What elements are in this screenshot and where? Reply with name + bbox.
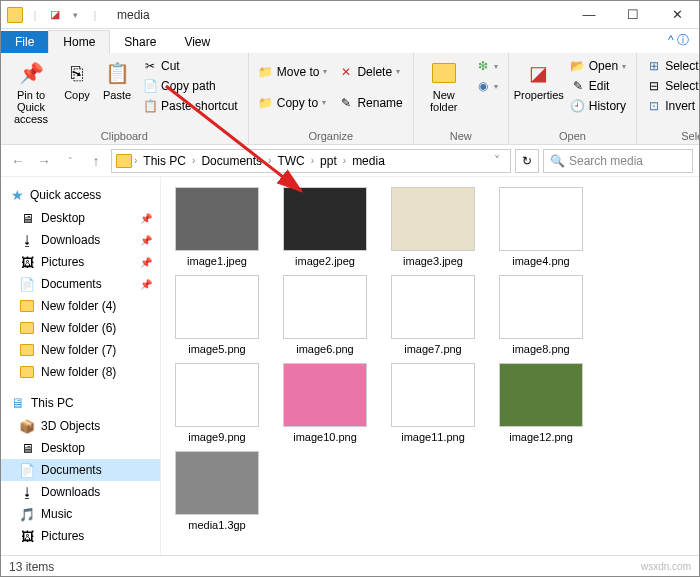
maximize-button[interactable]: ☐ [611, 1, 655, 29]
sidebar-item-new-folder-6-[interactable]: New folder (6) [1, 317, 160, 339]
open-button[interactable]: 📂Open▾ [567, 57, 630, 75]
file-item[interactable]: image9.png [167, 363, 267, 443]
file-item[interactable]: image7.png [383, 275, 483, 355]
ribbon-help-icon[interactable]: ^ ⓘ [658, 28, 699, 53]
file-item[interactable]: image3.jpeg [383, 187, 483, 267]
file-item[interactable]: image12.png [491, 363, 591, 443]
breadcrumb[interactable]: › This PC› Documents› TWC› ppt› media ˅ [111, 149, 511, 173]
crumb-media[interactable]: media [348, 154, 389, 168]
forward-button[interactable]: → [33, 150, 55, 172]
sidebar-item-icon [19, 342, 35, 358]
sidebar-item-icon [19, 298, 35, 314]
select-none-button[interactable]: ⊟Select none [643, 77, 700, 95]
sidebar-item-label: Pictures [41, 529, 84, 543]
rename-icon: ✎ [339, 96, 353, 110]
file-name: image2.jpeg [295, 255, 355, 267]
sidebar-item-new-folder-4-[interactable]: New folder (4) [1, 295, 160, 317]
file-item[interactable]: image8.png [491, 275, 591, 355]
sidebar-item-desktop[interactable]: 🖥Desktop📌 [1, 207, 160, 229]
minimize-button[interactable]: — [567, 1, 611, 29]
file-item[interactable]: image10.png [275, 363, 375, 443]
delete-button[interactable]: ✕Delete▾ [335, 63, 406, 81]
crumb-documents[interactable]: Documents [197, 154, 266, 168]
edit-button[interactable]: ✎Edit [567, 77, 630, 95]
history-button[interactable]: 🕘History [567, 97, 630, 115]
copy-button[interactable]: ⎘ Copy [59, 57, 95, 103]
sidebar-item-3d-objects[interactable]: 📦3D Objects [1, 415, 160, 437]
crumb-thispc[interactable]: This PC [139, 154, 190, 168]
new-item-icon: ❇ [476, 59, 490, 73]
new-item-button[interactable]: ❇▾ [472, 57, 502, 75]
rename-button[interactable]: ✎Rename [335, 94, 406, 112]
refresh-button[interactable]: ↻ [515, 149, 539, 173]
back-button[interactable]: ← [7, 150, 29, 172]
ribbon-tabs: File Home Share View ^ ⓘ [1, 29, 699, 53]
new-folder-icon [430, 59, 458, 87]
sidebar-item-documents[interactable]: 📄Documents📌 [1, 273, 160, 295]
sidebar-item-desktop[interactable]: 🖥Desktop [1, 437, 160, 459]
this-pc-header[interactable]: 🖥This PC [1, 391, 160, 415]
file-item[interactable]: image6.png [275, 275, 375, 355]
sidebar-item-pictures[interactable]: 🖼Pictures [1, 525, 160, 547]
file-item[interactable]: image11.png [383, 363, 483, 443]
move-to-button[interactable]: 📁Move to▾ [255, 63, 332, 81]
invert-selection-button[interactable]: ⊡Invert selection [643, 97, 700, 115]
crumb-ppt[interactable]: ppt [316, 154, 341, 168]
sidebar-item-downloads[interactable]: ⭳Downloads📌 [1, 229, 160, 251]
sidebar-item-label: Music [41, 507, 72, 521]
cut-button[interactable]: ✂Cut [139, 57, 242, 75]
crumb-twc[interactable]: TWC [273, 154, 308, 168]
quick-access-header[interactable]: ★Quick access [1, 183, 160, 207]
file-name: media1.3gp [188, 519, 246, 531]
qat-dropdown-icon[interactable]: ▾ [67, 7, 83, 23]
new-folder-button[interactable]: New folder [420, 57, 468, 115]
sidebar-item-documents[interactable]: 📄Documents [1, 459, 160, 481]
tab-file[interactable]: File [1, 31, 48, 53]
search-input[interactable]: 🔍 Search media [543, 149, 693, 173]
file-item[interactable]: image5.png [167, 275, 267, 355]
recent-dropdown[interactable]: ˅ [59, 150, 81, 172]
sidebar-item-icon: 📦 [19, 418, 35, 434]
file-name: image12.png [509, 431, 573, 443]
file-item[interactable]: image2.jpeg [275, 187, 375, 267]
tab-home[interactable]: Home [48, 30, 110, 53]
file-view[interactable]: image1.jpegimage2.jpegimage3.jpegimage4.… [161, 177, 699, 555]
tab-view[interactable]: View [170, 31, 224, 53]
address-dropdown[interactable]: ˅ [488, 154, 506, 168]
paste-button[interactable]: 📋 Paste [99, 57, 135, 103]
file-item[interactable]: media1.3gp [167, 451, 267, 531]
sidebar-item-label: New folder (8) [41, 365, 116, 379]
window-title: media [109, 8, 150, 22]
copy-to-button[interactable]: 📁Copy to▾ [255, 94, 332, 112]
sidebar-item-new-folder-7-[interactable]: New folder (7) [1, 339, 160, 361]
sidebar-item-icon: 🖼 [19, 528, 35, 544]
up-button[interactable]: ↑ [85, 150, 107, 172]
tab-share[interactable]: Share [110, 31, 170, 53]
properties-qat-icon[interactable]: ◪ [47, 7, 63, 23]
select-all-button[interactable]: ⊞Select all [643, 57, 700, 75]
sidebar-item-new-folder-8-[interactable]: New folder (8) [1, 361, 160, 383]
file-thumbnail [499, 363, 583, 427]
search-placeholder: Search media [569, 154, 643, 168]
copy-path-button[interactable]: 📄Copy path [139, 77, 242, 95]
pin-icon: 📌 [140, 279, 152, 290]
file-name: image9.png [188, 431, 246, 443]
sidebar-item-music[interactable]: 🎵Music [1, 503, 160, 525]
file-item[interactable]: image4.png [491, 187, 591, 267]
chevron-down-icon: ▾ [322, 98, 326, 107]
file-item[interactable]: image1.jpeg [167, 187, 267, 267]
properties-button[interactable]: ◪ Properties [515, 57, 563, 103]
sidebar-item-icon: ⭳ [19, 232, 35, 248]
file-name: image10.png [293, 431, 357, 443]
pin-to-quick-access-button[interactable]: 📌 Pin to Quick access [7, 57, 55, 127]
group-label: Select [643, 128, 700, 142]
group-label: New [420, 128, 502, 142]
group-organize: 📁Move to▾ 📁Copy to▾ ✕Delete▾ ✎Rename Org… [249, 53, 414, 144]
sidebar-item-downloads[interactable]: ⭳Downloads [1, 481, 160, 503]
edit-icon: ✎ [571, 79, 585, 93]
file-thumbnail [499, 187, 583, 251]
paste-shortcut-button[interactable]: 📋Paste shortcut [139, 97, 242, 115]
close-button[interactable]: ✕ [655, 1, 699, 29]
easy-access-button[interactable]: ◉▾ [472, 77, 502, 95]
sidebar-item-pictures[interactable]: 🖼Pictures📌 [1, 251, 160, 273]
